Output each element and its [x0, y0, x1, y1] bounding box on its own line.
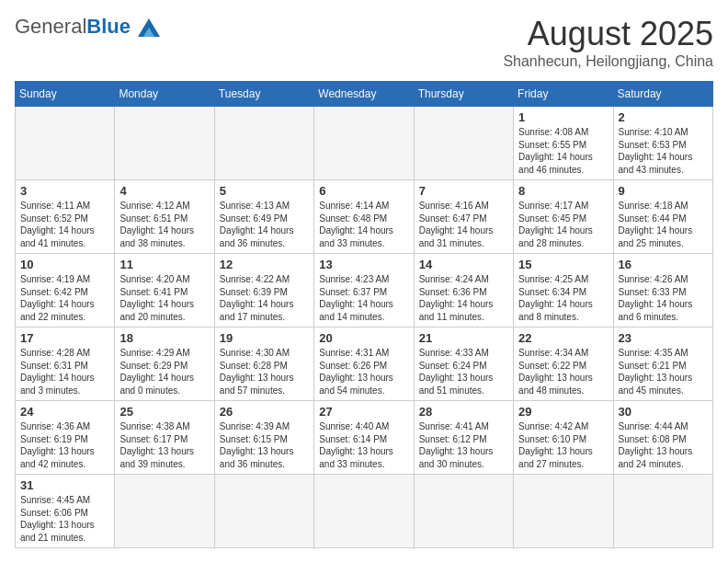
calendar-week-row: 10Sunrise: 4:19 AM Sunset: 6:42 PM Dayli… — [16, 254, 713, 327]
day-number: 4 — [119, 184, 209, 198]
day-info: Sunrise: 4:33 AM Sunset: 6:24 PM Dayligh… — [419, 347, 508, 396]
day-info: Sunrise: 4:17 AM Sunset: 6:45 PM Dayligh… — [518, 200, 608, 249]
calendar-day-cell — [115, 107, 214, 180]
calendar-day-cell: 12Sunrise: 4:22 AM Sunset: 6:39 PM Dayli… — [214, 254, 313, 327]
calendar-day-cell: 13Sunrise: 4:23 AM Sunset: 6:37 PM Dayli… — [314, 254, 414, 327]
logo: GeneralBlue — [15, 15, 160, 39]
calendar-week-row: 24Sunrise: 4:36 AM Sunset: 6:19 PM Dayli… — [16, 401, 713, 475]
calendar-day-cell: 7Sunrise: 4:16 AM Sunset: 6:47 PM Daylig… — [414, 180, 513, 254]
day-info: Sunrise: 4:10 AM Sunset: 6:53 PM Dayligh… — [619, 126, 708, 176]
day-number: 21 — [419, 331, 508, 345]
day-number: 18 — [119, 331, 209, 345]
weekday-header-row: SundayMondayTuesdayWednesdayThursdayFrid… — [16, 82, 713, 107]
day-number: 25 — [119, 405, 209, 419]
calendar-day-cell: 1Sunrise: 4:08 AM Sunset: 6:55 PM Daylig… — [514, 107, 613, 180]
calendar-day-cell — [214, 475, 313, 548]
day-info: Sunrise: 4:19 AM Sunset: 6:42 PM Dayligh… — [20, 273, 109, 323]
day-number: 15 — [518, 258, 608, 271]
day-number: 12 — [220, 258, 309, 271]
day-info: Sunrise: 4:38 AM Sunset: 6:17 PM Dayligh… — [119, 420, 209, 470]
day-number: 22 — [518, 331, 608, 345]
day-number: 11 — [119, 258, 209, 271]
calendar-day-cell: 8Sunrise: 4:17 AM Sunset: 6:45 PM Daylig… — [514, 180, 613, 254]
day-number: 14 — [419, 258, 508, 271]
logo-blue: Blue — [86, 15, 131, 39]
day-info: Sunrise: 4:22 AM Sunset: 6:39 PM Dayligh… — [220, 273, 309, 323]
calendar-day-cell — [115, 475, 214, 548]
weekday-header-sunday: Sunday — [16, 82, 115, 107]
calendar-day-cell: 9Sunrise: 4:18 AM Sunset: 6:44 PM Daylig… — [613, 180, 712, 254]
day-number: 3 — [20, 184, 109, 198]
day-info: Sunrise: 4:31 AM Sunset: 6:26 PM Dayligh… — [319, 347, 408, 396]
day-number: 17 — [20, 331, 109, 345]
calendar-day-cell: 3Sunrise: 4:11 AM Sunset: 6:52 PM Daylig… — [16, 180, 115, 254]
day-number: 27 — [319, 405, 408, 419]
day-info: Sunrise: 4:24 AM Sunset: 6:36 PM Dayligh… — [419, 273, 508, 323]
day-info: Sunrise: 4:40 AM Sunset: 6:14 PM Dayligh… — [319, 420, 408, 470]
day-info: Sunrise: 4:44 AM Sunset: 6:08 PM Dayligh… — [619, 420, 708, 470]
calendar-day-cell — [314, 107, 414, 180]
calendar-week-row: 17Sunrise: 4:28 AM Sunset: 6:31 PM Dayli… — [16, 327, 713, 401]
weekday-header-monday: Monday — [115, 82, 214, 107]
day-info: Sunrise: 4:08 AM Sunset: 6:55 PM Dayligh… — [518, 126, 608, 176]
day-info: Sunrise: 4:41 AM Sunset: 6:12 PM Dayligh… — [419, 420, 508, 470]
day-number: 20 — [319, 331, 408, 345]
calendar-day-cell: 23Sunrise: 4:35 AM Sunset: 6:21 PM Dayli… — [613, 327, 712, 401]
calendar-day-cell: 26Sunrise: 4:39 AM Sunset: 6:15 PM Dayli… — [214, 401, 313, 475]
title-area: August 2025 Shanhecun, Heilongjiang, Chi… — [503, 15, 713, 70]
calendar-day-cell: 20Sunrise: 4:31 AM Sunset: 6:26 PM Dayli… — [314, 327, 414, 401]
day-number: 16 — [619, 258, 708, 271]
calendar-day-cell: 19Sunrise: 4:30 AM Sunset: 6:28 PM Dayli… — [214, 327, 313, 401]
weekday-header-wednesday: Wednesday — [314, 82, 414, 107]
calendar-day-cell: 4Sunrise: 4:12 AM Sunset: 6:51 PM Daylig… — [115, 180, 214, 254]
calendar-day-cell: 2Sunrise: 4:10 AM Sunset: 6:53 PM Daylig… — [613, 107, 712, 180]
calendar-day-cell: 27Sunrise: 4:40 AM Sunset: 6:14 PM Dayli… — [314, 401, 414, 475]
day-number: 26 — [220, 405, 309, 419]
calendar-week-row: 1Sunrise: 4:08 AM Sunset: 6:55 PM Daylig… — [16, 107, 713, 180]
day-number: 31 — [20, 478, 109, 492]
day-number: 1 — [518, 110, 608, 124]
calendar-day-cell: 31Sunrise: 4:45 AM Sunset: 6:06 PM Dayli… — [16, 475, 115, 548]
calendar-day-cell: 11Sunrise: 4:20 AM Sunset: 6:41 PM Dayli… — [115, 254, 214, 327]
day-info: Sunrise: 4:45 AM Sunset: 6:06 PM Dayligh… — [20, 494, 109, 544]
day-number: 13 — [319, 258, 408, 271]
day-number: 30 — [619, 405, 708, 419]
calendar-day-cell — [314, 475, 414, 548]
calendar-day-cell: 10Sunrise: 4:19 AM Sunset: 6:42 PM Dayli… — [16, 254, 115, 327]
logo-icon — [134, 17, 160, 37]
calendar-day-cell: 14Sunrise: 4:24 AM Sunset: 6:36 PM Dayli… — [414, 254, 513, 327]
weekday-header-tuesday: Tuesday — [214, 82, 313, 107]
calendar-day-cell: 24Sunrise: 4:36 AM Sunset: 6:19 PM Dayli… — [16, 401, 115, 475]
day-number: 28 — [419, 405, 508, 419]
calendar-week-row: 31Sunrise: 4:45 AM Sunset: 6:06 PM Dayli… — [16, 475, 713, 548]
calendar-day-cell: 30Sunrise: 4:44 AM Sunset: 6:08 PM Dayli… — [613, 401, 712, 475]
calendar-day-cell — [414, 107, 513, 180]
calendar-day-cell — [414, 475, 513, 548]
day-number: 10 — [20, 258, 109, 271]
day-info: Sunrise: 4:14 AM Sunset: 6:48 PM Dayligh… — [319, 200, 408, 249]
calendar-day-cell: 17Sunrise: 4:28 AM Sunset: 6:31 PM Dayli… — [16, 327, 115, 401]
calendar-day-cell — [514, 475, 613, 548]
day-info: Sunrise: 4:26 AM Sunset: 6:33 PM Dayligh… — [619, 273, 708, 323]
calendar-table: SundayMondayTuesdayWednesdayThursdayFrid… — [15, 81, 713, 548]
calendar-day-cell: 21Sunrise: 4:33 AM Sunset: 6:24 PM Dayli… — [414, 327, 513, 401]
page-header: GeneralBlue August 2025 Shanhecun, Heilo… — [15, 15, 713, 70]
day-number: 7 — [419, 184, 508, 198]
day-number: 9 — [619, 184, 708, 198]
day-number: 23 — [619, 331, 708, 345]
day-number: 24 — [20, 405, 109, 419]
calendar-day-cell — [214, 107, 313, 180]
day-info: Sunrise: 4:18 AM Sunset: 6:44 PM Dayligh… — [619, 200, 708, 249]
calendar-day-cell — [16, 107, 115, 180]
day-info: Sunrise: 4:16 AM Sunset: 6:47 PM Dayligh… — [419, 200, 508, 249]
day-info: Sunrise: 4:20 AM Sunset: 6:41 PM Dayligh… — [119, 273, 209, 323]
day-info: Sunrise: 4:30 AM Sunset: 6:28 PM Dayligh… — [220, 347, 309, 396]
day-info: Sunrise: 4:39 AM Sunset: 6:15 PM Dayligh… — [220, 420, 309, 470]
calendar-week-row: 3Sunrise: 4:11 AM Sunset: 6:52 PM Daylig… — [16, 180, 713, 254]
calendar-day-cell: 6Sunrise: 4:14 AM Sunset: 6:48 PM Daylig… — [314, 180, 414, 254]
day-info: Sunrise: 4:36 AM Sunset: 6:19 PM Dayligh… — [20, 420, 109, 470]
day-number: 8 — [518, 184, 608, 198]
weekday-header-saturday: Saturday — [613, 82, 712, 107]
day-number: 19 — [220, 331, 309, 345]
day-info: Sunrise: 4:13 AM Sunset: 6:49 PM Dayligh… — [220, 200, 309, 249]
